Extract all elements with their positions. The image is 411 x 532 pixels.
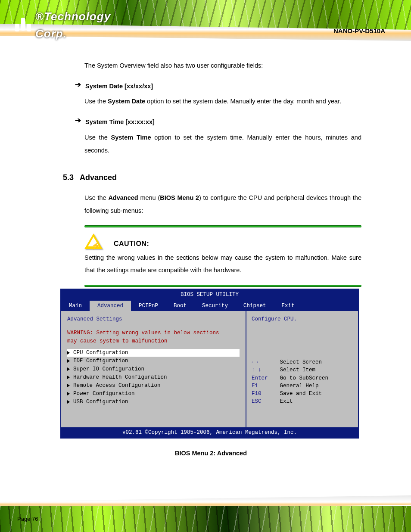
bios-tab-main[interactable]: Main [61,301,90,311]
section-number: 5.3 [63,173,74,182]
arrow-icon: ➔ [75,80,81,89]
bios-tab-chipset[interactable]: Chipset [236,301,274,311]
bios-key-row: F1 General Help [252,382,353,390]
bios-key-row: Enter Go to SubScreen [252,374,353,382]
system-time-heading: ➔ System Time [xx:xx:xx] [75,116,361,129]
bios-tab-exit[interactable]: Exit [274,301,302,311]
bios-tab-security[interactable]: Security [194,301,236,311]
page-number: Page 76 [17,515,38,523]
bios-right-panel: Configure CPU. ←→ Select Screen↑ ↓ Selec… [246,311,358,427]
logo-mark-icon [15,19,31,31]
page-footer: Page 76 [0,485,411,532]
bios-menu-item[interactable]: USB Configuration [67,398,240,406]
bios-key-row: ←→ Select Screen [252,358,353,366]
bios-menu-item[interactable]: Power Configuration [67,390,240,398]
caution-title: CAUTION: [114,237,149,251]
bios-warning-line1: WARNING: Setting wrong values in below s… [67,329,240,337]
system-date-heading: ➔ System Date [xx/xx/xx] [75,80,361,93]
caution-bottom-bar [84,285,361,287]
bios-menu-item[interactable]: Remote Access Configuration [67,382,240,389]
bios-tab-boot[interactable]: Boot [166,301,194,311]
section-title: Advanced [80,173,117,182]
section-heading: 5.3Advanced [63,170,361,186]
logo-text: ®Technology Corp. [35,8,118,43]
footer-circuit-art [0,506,411,532]
bios-caption: BIOS Menu 2: Advanced [60,447,361,460]
bios-tab-pcipnp[interactable]: PCIPnP [131,301,166,311]
bios-menu-item[interactable]: IDE Configuration [67,357,240,365]
page: ®Technology Corp. NANO-PV-D510A The Syst… [0,0,411,532]
bios-menu-item[interactable]: Super IO Configuration [67,365,240,373]
bios-tab-advanced[interactable]: Advanced [90,301,131,311]
system-time-paragraph: Use the System Time option to set the sy… [84,131,361,157]
bios-tab-bar: MainAdvancedPCIPnPBootSecurityChipsetExi… [61,301,358,311]
caution-text: Setting the wrong values in the sections… [84,252,361,277]
warning-triangle-icon: ⚡ [84,233,103,252]
page-header: ®Technology Corp. NANO-PV-D510A [0,0,411,51]
bios-key-legend: ←→ Select Screen↑ ↓ Select ItemEnter Go … [252,358,353,405]
bios-left-panel: Advanced Settings WARNING: Setting wrong… [61,311,246,427]
product-title: NANO-PV-D510A [333,26,385,36]
bios-title: BIOS SETUP UTILITY [61,289,358,301]
bios-key-row: ESC Exit [252,398,353,405]
bios-menu-item[interactable]: CPU Configuration [67,349,240,357]
bios-menu-list: CPU ConfigurationIDE ConfigurationSuper … [67,349,240,406]
company-logo: ®Technology Corp. [15,12,118,38]
caution-box: ⚡ CAUTION: Setting the wrong values in t… [84,225,361,287]
bios-key-row: ↑ ↓ Select Item [252,366,353,374]
bios-warning-line2: may cause system to malfunction [67,337,240,345]
bios-menu-item[interactable]: Hardware Health Configuration [67,373,240,381]
bios-left-title: Advanced Settings [67,315,240,323]
bios-hint: Configure CPU. [252,315,353,350]
bios-key-row: F10 Save and Exit [252,390,353,398]
section-paragraph: Use the Advanced menu (BIOS Menu 2) to c… [84,192,361,217]
system-date-label: System Date [xx/xx/xx] [85,80,153,93]
system-time-label: System Time [xx:xx:xx] [85,116,155,129]
intro-paragraph: The System Overview field also has two u… [84,59,361,72]
bios-footer: v02.61 ©Copyright 1985-2006, American Me… [61,427,358,438]
bios-screenshot: BIOS SETUP UTILITY MainAdvancedPCIPnPBoo… [60,289,359,439]
system-date-paragraph: Use the System Date option to set the sy… [84,95,361,108]
content-area: The System Overview field also has two u… [0,51,411,460]
arrow-icon: ➔ [75,116,81,125]
